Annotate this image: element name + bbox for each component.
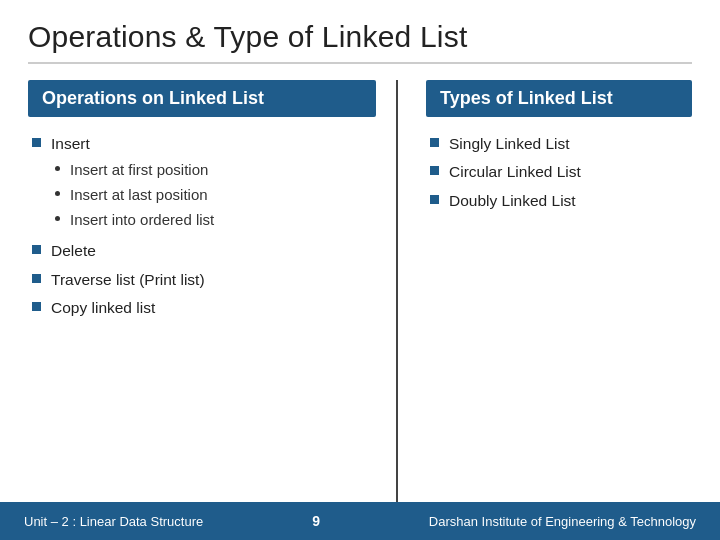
right-content-list: Singly Linked List Circular Linked List … [426,133,692,212]
left-content-list: Insert Insert at first position Insert a… [28,133,376,320]
footer-page-number: 9 [312,513,320,529]
bullet-circular [430,166,439,175]
bullet-singly [430,138,439,147]
sub-list-insert: Insert at first position Insert at last … [51,159,214,230]
doubly-label: Doubly Linked List [449,190,576,212]
copy-label: Copy linked list [51,297,155,319]
footer-left: Unit – 2 : Linear Data Structure [24,514,203,529]
bullet-doubly [430,195,439,204]
sub-item-last: Insert at last position [55,184,214,205]
sub-label-ordered: Insert into ordered list [70,209,214,230]
list-item-circular: Circular Linked List [430,161,692,183]
list-item-delete: Delete [32,240,376,262]
list-item-doubly: Doubly Linked List [430,190,692,212]
circular-label: Circular Linked List [449,161,581,183]
bullet-insert [32,138,41,147]
sub-label-last: Insert at last position [70,184,208,205]
right-column: Types of Linked List Singly Linked List … [398,80,692,540]
bullet-delete [32,245,41,254]
left-column-header: Operations on Linked List [28,80,376,117]
delete-label: Delete [51,240,96,262]
dot-last [55,191,60,196]
bullet-traverse [32,274,41,283]
list-item-singly: Singly Linked List [430,133,692,155]
slide: Operations & Type of Linked List Operati… [0,0,720,540]
columns-container: Operations on Linked List Insert Insert … [28,80,692,540]
singly-label: Singly Linked List [449,133,570,155]
traverse-label: Traverse list (Print list) [51,269,205,291]
footer-right: Darshan Institute of Engineering & Techn… [429,514,696,529]
dot-first [55,166,60,171]
sub-item-first: Insert at first position [55,159,214,180]
footer: Unit – 2 : Linear Data Structure 9 Darsh… [0,502,720,540]
left-column: Operations on Linked List Insert Insert … [28,80,398,540]
bullet-copy [32,302,41,311]
dot-ordered [55,216,60,221]
insert-label: Insert [51,135,90,152]
list-item-traverse: Traverse list (Print list) [32,269,376,291]
right-column-header: Types of Linked List [426,80,692,117]
slide-title: Operations & Type of Linked List [28,20,692,64]
sub-item-ordered: Insert into ordered list [55,209,214,230]
list-item-copy: Copy linked list [32,297,376,319]
list-item-insert: Insert Insert at first position Insert a… [32,133,376,234]
sub-label-first: Insert at first position [70,159,208,180]
